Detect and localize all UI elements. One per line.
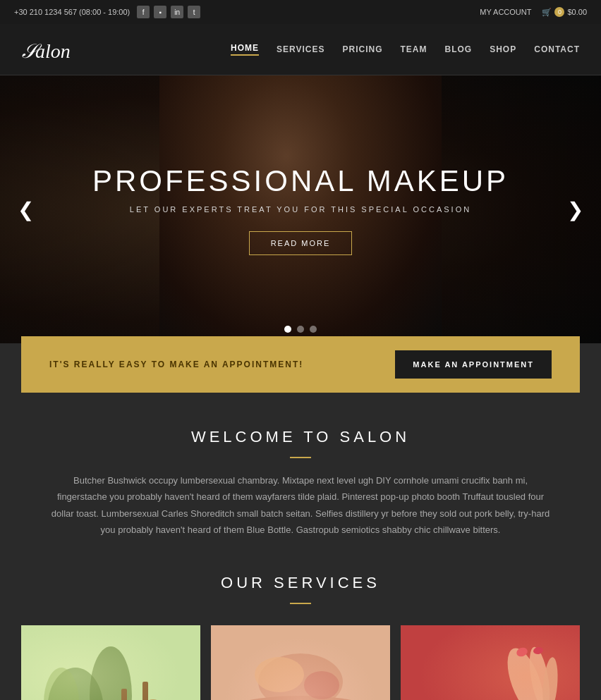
cart-badge: 0 — [554, 7, 564, 17]
hero-title: PROFESSIONAL MAKEUP — [92, 164, 509, 198]
svg-point-11 — [258, 653, 343, 700]
services-grid: AROMATHERAPY FROM $99 LEARN MORE — [21, 625, 580, 700]
svg-point-12 — [255, 657, 304, 692]
main-nav: HOME SERVICES PRICING TEAM BLOG SHOP CON… — [231, 43, 580, 56]
massage-illustration — [211, 625, 390, 700]
logo-text: 𝒮alon — [21, 40, 71, 62]
hero-slider: ❮ PROFESSIONAL MAKEUP LET OUR EXPERTS TR… — [0, 75, 601, 343]
nav-team[interactable]: TEAM — [401, 44, 427, 54]
nav-contact[interactable]: CONTACT — [534, 44, 580, 54]
nav-shop[interactable]: SHOP — [490, 44, 516, 54]
nav-pricing[interactable]: PRICING — [343, 44, 383, 54]
service-card-massage: BODY MASSAGE FROM $99/HOUR LEARN MORE — [211, 625, 390, 700]
facebook-icon[interactable]: f — [137, 6, 150, 18]
welcome-divider — [290, 457, 311, 458]
massage-image: BODY MASSAGE FROM $99/HOUR — [211, 625, 390, 700]
main-content: WELCOME TO SALON Butcher Bushwick occupy… — [0, 393, 601, 700]
cart-link[interactable]: 🛒 0 $0.00 — [542, 7, 587, 17]
svg-point-13 — [304, 671, 339, 699]
svg-rect-6 — [121, 689, 127, 700]
services-title: OUR SERVICES — [21, 574, 580, 592]
hero-subtitle: LET OUR EXPERTS TREAT YOU FOR THIS SPECI… — [92, 205, 509, 214]
social-icons: f ▪ in t — [137, 6, 200, 18]
svg-point-2 — [90, 646, 132, 700]
svg-rect-7 — [142, 682, 148, 700]
slider-prev-arrow[interactable]: ❮ — [11, 191, 41, 228]
instagram-icon[interactable]: ▪ — [154, 6, 166, 18]
manicure-image: MANICURE & PEDICURE FROM $49 — [401, 625, 580, 700]
cart-amount: $0.00 — [567, 8, 587, 16]
my-account-link[interactable]: MY ACCOUNT — [480, 8, 531, 16]
hero-cta-button[interactable]: READ MORE — [249, 231, 353, 255]
svg-point-30 — [515, 646, 528, 658]
svg-rect-19 — [401, 625, 580, 700]
top-bar-left: +30 210 1234 567 (08:00 - 19:00) f ▪ in … — [14, 6, 200, 18]
slider-dot-1[interactable] — [284, 326, 291, 333]
svg-point-10 — [216, 696, 385, 700]
appointment-text: IT'S REALLY EASY TO MAKE AN APPOINTMENT! — [49, 360, 303, 369]
manicure-illustration — [401, 625, 580, 700]
service-card-manicure: MANICURE & PEDICURE FROM $49 LEARN MORE — [401, 625, 580, 700]
appointment-button[interactable]: MAKE AN APPOINTMENT — [395, 350, 552, 379]
services-section: OUR SERVICES — [21, 574, 580, 700]
top-bar-right: MY ACCOUNT 🛒 0 $0.00 — [480, 7, 587, 17]
svg-point-28 — [526, 645, 553, 700]
svg-point-3 — [44, 668, 79, 700]
slider-next-arrow[interactable]: ❯ — [560, 191, 590, 228]
services-divider — [290, 603, 311, 604]
welcome-title: WELCOME TO SALON — [49, 428, 552, 446]
twitter-icon[interactable]: t — [188, 6, 200, 18]
nav-services[interactable]: SERVICES — [277, 44, 324, 54]
svg-rect-0 — [21, 625, 200, 700]
svg-point-27 — [500, 644, 551, 700]
top-bar: +30 210 1234 567 (08:00 - 19:00) f ▪ in … — [0, 0, 601, 24]
svg-rect-9 — [211, 625, 390, 700]
phone-number: +30 210 1234 567 (08:00 - 19:00) — [14, 8, 130, 16]
aromatherapy-image: AROMATHERAPY FROM $99 — [21, 625, 200, 700]
cart-icon: 🛒 — [542, 8, 552, 17]
logo[interactable]: 𝒮alon — [21, 35, 71, 64]
nav-home[interactable]: HOME — [231, 43, 259, 56]
hero-content: PROFESSIONAL MAKEUP LET OUR EXPERTS TREA… — [92, 164, 509, 255]
welcome-section: WELCOME TO SALON Butcher Bushwick occupy… — [21, 428, 580, 539]
aromatherapy-illustration — [21, 625, 200, 700]
service-card-aromatherapy: AROMATHERAPY FROM $99 LEARN MORE — [21, 625, 200, 700]
nav-blog[interactable]: BLOG — [445, 44, 473, 54]
slider-dot-3[interactable] — [310, 326, 317, 333]
svg-point-29 — [541, 656, 560, 700]
svg-point-31 — [533, 646, 544, 654]
svg-point-1 — [47, 668, 104, 700]
slider-dot-2[interactable] — [297, 326, 304, 333]
slider-dots — [284, 326, 317, 333]
welcome-body: Butcher Bushwick occupy lumbersexual cha… — [49, 472, 552, 539]
header: 𝒮alon HOME SERVICES PRICING TEAM BLOG SH… — [0, 24, 601, 75]
appointment-banner: IT'S REALLY EASY TO MAKE AN APPOINTMENT!… — [21, 336, 580, 393]
linkedin-icon[interactable]: in — [171, 6, 183, 18]
